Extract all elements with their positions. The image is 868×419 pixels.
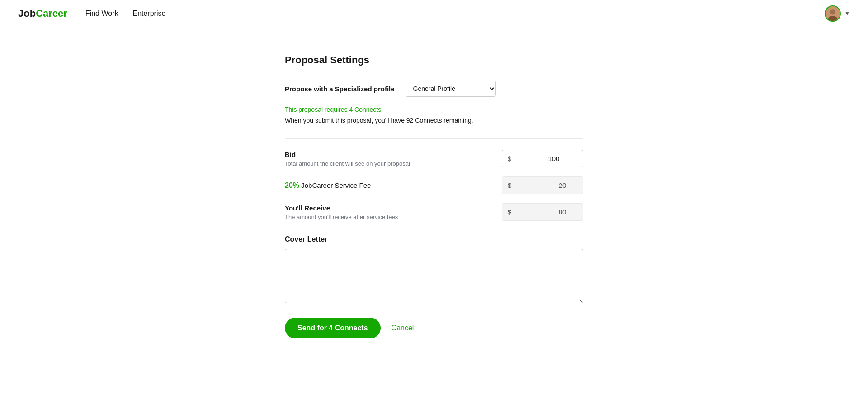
fee-currency: $ xyxy=(502,177,517,194)
avatar xyxy=(825,5,841,22)
cover-letter-label: Cover Letter xyxy=(285,235,583,243)
fee-label-group: 20% JobCareer Service Fee xyxy=(285,181,502,190)
cancel-button[interactable]: Cancel xyxy=(392,324,414,332)
receive-currency: $ xyxy=(502,204,517,220)
receive-row: You'll Receive The amount you'll receive… xyxy=(285,203,583,221)
connects-remaining: When you submit this proposal, you'll ha… xyxy=(285,117,583,124)
logo-career: Career xyxy=(36,8,67,19)
fee-percent: 20% xyxy=(285,181,299,189)
profile-row: Propose with a Specialized profile Gener… xyxy=(285,81,583,97)
user-menu[interactable]: ▼ xyxy=(825,5,850,22)
main-content: Proposal Settings Propose with a Special… xyxy=(276,27,592,366)
bid-input[interactable] xyxy=(517,150,571,167)
cover-letter-section: Cover Letter xyxy=(285,235,583,305)
connects-info: This proposal requires 4 Connects. xyxy=(285,106,583,113)
receive-label-group: You'll Receive The amount you'll receive… xyxy=(285,204,502,220)
nav-find-work[interactable]: Find Work xyxy=(85,10,118,18)
bid-row: Bid Total amount the client will see on … xyxy=(285,150,583,167)
fee-input-wrapper: $ xyxy=(502,176,583,194)
nav-enterprise[interactable]: Enterprise xyxy=(132,10,165,18)
service-fee-row: 20% JobCareer Service Fee $ xyxy=(285,176,583,194)
receive-label: You'll Receive xyxy=(285,204,502,212)
send-button[interactable]: Send for 4 Connects xyxy=(285,318,381,338)
profile-label: Propose with a Specialized profile xyxy=(285,85,395,93)
fee-value xyxy=(517,177,571,194)
bid-label: Bid xyxy=(285,151,502,158)
action-row: Send for 4 Connects Cancel xyxy=(285,318,583,338)
bid-label-group: Bid Total amount the client will see on … xyxy=(285,151,502,167)
bid-currency: $ xyxy=(502,150,517,167)
logo: JobCareer xyxy=(18,8,67,19)
fee-label: JobCareer Service Fee xyxy=(299,181,371,189)
chevron-down-icon: ▼ xyxy=(844,10,850,17)
logo-job: Job xyxy=(18,8,36,19)
profile-select[interactable]: General Profile Specialized Profile 1 Sp… xyxy=(406,81,496,97)
cover-letter-textarea[interactable] xyxy=(285,249,583,303)
bid-input-wrapper: $ xyxy=(502,150,583,167)
nav-links: Find Work Enterprise xyxy=(85,10,825,18)
page-title: Proposal Settings xyxy=(285,54,583,66)
receive-value xyxy=(517,204,571,220)
receive-input-wrapper: $ xyxy=(502,203,583,221)
receive-sublabel: The amount you'll receive after service … xyxy=(285,214,502,220)
bid-sublabel: Total amount the client will see on your… xyxy=(285,160,502,167)
divider xyxy=(285,138,583,139)
svg-point-1 xyxy=(830,9,835,14)
navbar: JobCareer Find Work Enterprise ▼ xyxy=(0,0,868,27)
